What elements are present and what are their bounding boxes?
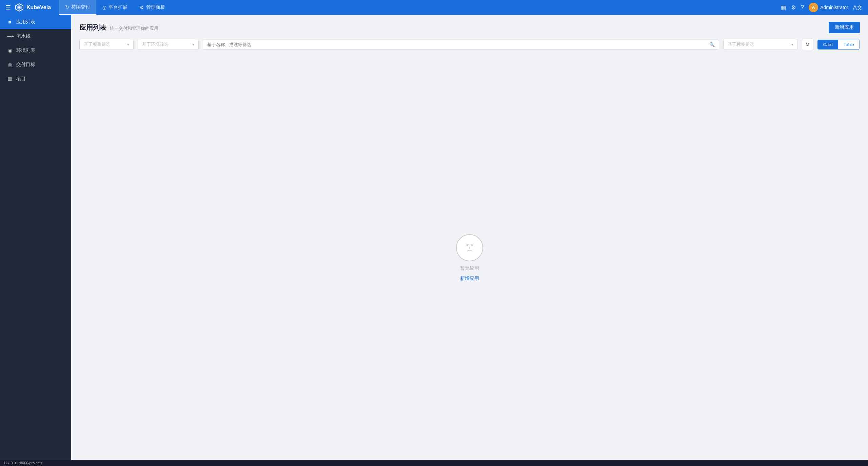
page-subtitle: 统一交付和管理你的应用 (110, 25, 158, 32)
card-view-button[interactable]: Card (818, 40, 838, 49)
logo-icon (15, 3, 24, 12)
nav-tabs: ↻ 持续交付 ◎ 平台扩展 ⚙ 管理面板 (59, 0, 781, 15)
tag-filter[interactable]: 基于标签筛选 ▾ (723, 39, 798, 50)
svg-point-4 (471, 245, 473, 246)
sidebar-label: 环境列表 (16, 47, 35, 54)
content-area: 暂无应用 新增应用 (71, 56, 868, 460)
pipeline-icon: ⟶ (7, 33, 13, 39)
page-header: 应用列表 统一交付和管理你的应用 新增应用 (71, 15, 868, 39)
refresh-button[interactable]: ↻ (802, 39, 813, 50)
avatar: A (809, 3, 818, 12)
tab-label: 管理面板 (146, 4, 165, 11)
chevron-down-icon: ▾ (192, 42, 194, 47)
env-filter[interactable]: 基于环境筛选 ▾ (138, 39, 199, 50)
help-icon[interactable]: ? (801, 4, 804, 11)
chevron-down-icon: ▾ (791, 42, 793, 47)
status-bar: 127.0.0.1:8000/projects (0, 460, 868, 466)
app-name: KubeVela (26, 4, 51, 11)
lang-switch-icon[interactable]: A文 (853, 4, 863, 12)
svg-point-3 (467, 245, 468, 246)
layout-icon[interactable]: ▦ (781, 4, 786, 11)
top-navigation: ☰ KubeVela ↻ 持续交付 ◎ 平台扩展 ⚙ 管理面板 ▦ ⚙ ? A … (0, 0, 868, 15)
app-logo[interactable]: KubeVela (15, 3, 51, 12)
sidebar-item-project[interactable]: ▦ 项目 (0, 72, 71, 86)
project-icon: ▦ (7, 76, 13, 82)
project-filter[interactable]: 基于项目筛选 ▾ (79, 39, 134, 50)
view-toggle: Card Table (817, 40, 860, 49)
env-filter-placeholder: 基于环境筛选 (142, 41, 169, 47)
empty-state: 暂无应用 新增应用 (456, 234, 483, 282)
tab-admin-panel[interactable]: ⚙ 管理面板 (134, 0, 171, 15)
search-icon: 🔍 (709, 42, 715, 47)
empty-text: 暂无应用 (460, 265, 479, 271)
hamburger-menu[interactable]: ☰ (5, 4, 11, 11)
platform-extend-icon: ◎ (102, 5, 106, 10)
sidebar-label: 流水线 (16, 33, 31, 39)
main-layout: ≡ 应用列表 ⟶ 流水线 ◉ 环境列表 ◎ 交付目标 ▦ 项目 应用列表 统一交… (0, 15, 868, 460)
delivery-target-icon: ◎ (7, 62, 13, 68)
empty-add-app-link[interactable]: 新增应用 (460, 276, 479, 282)
page-title-area: 应用列表 统一交付和管理你的应用 (79, 23, 158, 32)
search-filter[interactable]: 🔍 (203, 40, 719, 49)
page-title: 应用列表 (79, 23, 106, 32)
admin-panel-icon: ⚙ (140, 5, 144, 10)
status-url: 127.0.0.1:8000/projects (3, 461, 42, 465)
tag-filter-placeholder: 基于标签筛选 (728, 41, 754, 47)
main-content: 应用列表 统一交付和管理你的应用 新增应用 基于项目筛选 ▾ 基于环境筛选 ▾ … (71, 15, 868, 460)
refresh-icon: ↻ (805, 41, 810, 47)
project-filter-placeholder: 基于项目筛选 (84, 41, 110, 47)
search-input[interactable] (207, 42, 707, 47)
sidebar-label: 应用列表 (16, 19, 35, 25)
user-menu[interactable]: A Administrator (809, 3, 848, 12)
settings-icon[interactable]: ⚙ (791, 4, 796, 11)
nav-right-area: ▦ ⚙ ? A Administrator A文 (781, 3, 863, 12)
continuous-delivery-icon: ↻ (65, 4, 69, 10)
tab-label: 持续交付 (71, 4, 90, 10)
sidebar: ≡ 应用列表 ⟶ 流水线 ◉ 环境列表 ◎ 交付目标 ▦ 项目 (0, 15, 71, 460)
svg-point-2 (18, 6, 20, 8)
sidebar-item-delivery-target[interactable]: ◎ 交付目标 (0, 58, 71, 72)
tab-continuous-delivery[interactable]: ↻ 持续交付 (59, 0, 96, 15)
tab-platform-extend[interactable]: ◎ 平台扩展 (96, 0, 134, 15)
sidebar-item-app-list[interactable]: ≡ 应用列表 (0, 15, 71, 29)
add-app-button[interactable]: 新增应用 (829, 22, 860, 33)
sad-face-svg (461, 239, 478, 256)
env-list-icon: ◉ (7, 47, 13, 54)
sidebar-item-pipeline[interactable]: ⟶ 流水线 (0, 29, 71, 43)
sidebar-item-env-list[interactable]: ◉ 环境列表 (0, 43, 71, 58)
svg-line-5 (466, 244, 468, 245)
tab-label: 平台扩展 (108, 4, 127, 11)
username: Administrator (820, 5, 848, 10)
chevron-down-icon: ▾ (127, 42, 129, 47)
sidebar-label: 项目 (16, 76, 26, 82)
app-list-icon: ≡ (7, 19, 13, 25)
empty-face-icon (456, 234, 483, 261)
table-view-button[interactable]: Table (838, 40, 860, 49)
svg-line-6 (471, 244, 473, 245)
sidebar-label: 交付目标 (16, 62, 35, 68)
filters-row: 基于项目筛选 ▾ 基于环境筛选 ▾ 🔍 基于标签筛选 ▾ ↻ Card Tabl… (71, 39, 868, 56)
